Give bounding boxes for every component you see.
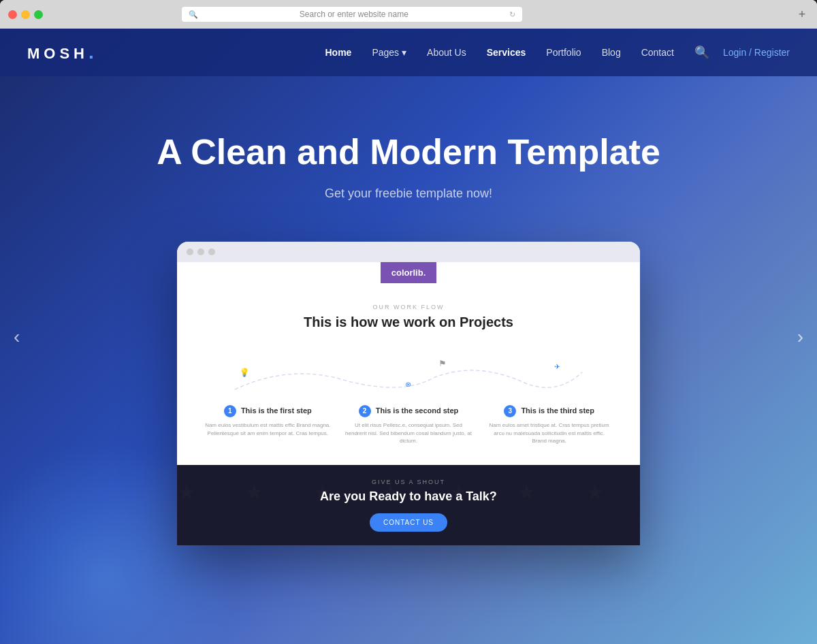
address-bar[interactable]: 🔍 Search or enter website name ↻ <box>182 7 522 22</box>
minimize-button[interactable] <box>21 10 30 19</box>
close-button[interactable] <box>8 10 17 19</box>
nav-blog[interactable]: Blog <box>602 47 621 58</box>
step-3-title: 3 This is the third step <box>486 405 613 417</box>
nav-services[interactable]: Services <box>487 47 526 58</box>
contact-us-button[interactable]: CONTACT US <box>370 513 447 532</box>
hero-content: A Clean and Modern Template Get your fre… <box>0 76 817 545</box>
step-1-title: 1 This is the first step <box>204 405 331 417</box>
browser-chrome: 🔍 Search or enter website name ↻ + <box>0 0 817 29</box>
mockup-dot-2 <box>197 248 204 255</box>
logo-dot: . <box>89 42 98 63</box>
website-viewport: MOSH. Home Pages ▾ About Us Services Por… <box>0 29 817 644</box>
navbar: MOSH. Home Pages ▾ About Us Services Por… <box>0 29 817 76</box>
step-2-number: 2 <box>359 405 371 417</box>
mockup-cta-section: GIVE US A SHOUT Are you Ready to have a … <box>177 465 640 545</box>
nav-contact[interactable]: Contact <box>641 47 674 58</box>
address-text: Search or enter website name <box>202 10 505 19</box>
step-1-desc: Nam eulos vestibulum est mattis effic Br… <box>204 421 331 436</box>
nav-right: 🔍 Login / Register <box>694 45 790 60</box>
mockup-dot-1 <box>187 248 193 255</box>
login-register-link[interactable]: Login / Register <box>723 47 790 58</box>
mockup-topbar <box>177 242 640 262</box>
nav-home[interactable]: Home <box>325 47 351 58</box>
step-3-number: 3 <box>504 405 516 417</box>
workflow-heading: This is how we work on Projects <box>197 315 620 330</box>
browser-mockup: colorlib. OUR WORK FLOW This is how we w… <box>177 242 640 545</box>
carousel-next-button[interactable]: › <box>797 326 803 348</box>
nav-links: Home Pages ▾ About Us Services Portfolio… <box>325 46 673 59</box>
step-2-desc: Ut elit risus Pellesc.e, consequat ipsum… <box>345 421 472 445</box>
hero-title: A Clean and Modern Template <box>0 131 817 173</box>
search-icon: 🔍 <box>189 10 198 19</box>
cta-heading: Are you Ready to have a Talk? <box>191 489 626 504</box>
browser-titlebar: 🔍 Search or enter website name ↻ + <box>0 0 817 29</box>
colorlib-badge: colorlib. <box>381 262 437 283</box>
step-1-number: 1 <box>224 405 236 417</box>
traffic-lights <box>8 10 43 19</box>
workflow-steps: 1 This is the first step Nam eulos vesti… <box>197 357 620 445</box>
workflow-step-2: 2 This is the second step Ut elit risus … <box>345 357 472 445</box>
new-tab-button[interactable]: + <box>795 7 809 21</box>
hero-subtitle: Get your freebie template now! <box>0 187 817 201</box>
refresh-icon[interactable]: ↻ <box>509 10 515 19</box>
workflow-step-1: 1 This is the first step Nam eulos vesti… <box>204 357 331 445</box>
mockup-inner: OUR WORK FLOW This is how we work on Pro… <box>177 283 640 465</box>
chevron-down-icon: ▾ <box>402 47 406 58</box>
carousel-prev-button[interactable]: ‹ <box>14 326 20 348</box>
logo[interactable]: MOSH. <box>27 42 98 63</box>
workflow-label: OUR WORK FLOW <box>197 304 620 310</box>
step-3-desc: Nam eulos amet tristique at. Cras tempus… <box>486 421 613 445</box>
nav-about[interactable]: About Us <box>427 47 466 58</box>
mockup-content: colorlib. OUR WORK FLOW This is how we w… <box>177 262 640 545</box>
hero-section: MOSH. Home Pages ▾ About Us Services Por… <box>0 29 817 644</box>
nav-search-icon[interactable]: 🔍 <box>694 45 709 60</box>
nav-portfolio[interactable]: Portfolio <box>546 47 581 58</box>
step-2-title: 2 This is the second step <box>345 405 472 417</box>
colorlib-badge-wrapper: colorlib. <box>381 262 437 283</box>
workflow-step-3: 3 This is the third step Nam eulos amet … <box>486 357 613 445</box>
mockup-dark-bg <box>177 465 640 545</box>
maximize-button[interactable] <box>34 10 43 19</box>
workflow-diagram: 💡 ⊗ ✈ ⚑ 1 <box>197 344 620 465</box>
nav-pages[interactable]: Pages ▾ <box>372 47 406 58</box>
mockup-dot-3 <box>208 248 215 255</box>
